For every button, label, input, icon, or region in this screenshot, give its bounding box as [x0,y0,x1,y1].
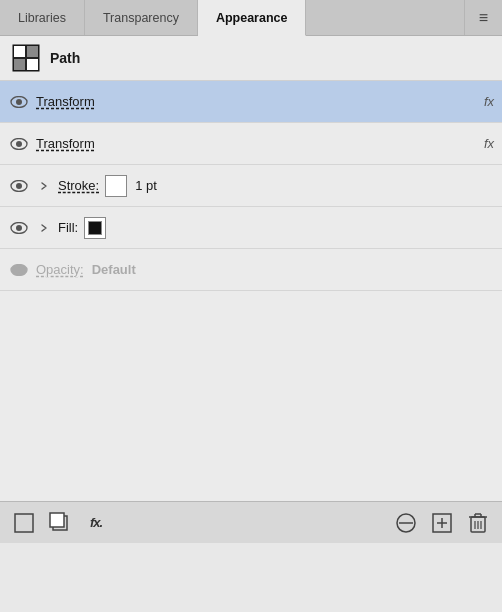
svg-rect-1 [14,46,25,57]
tab-transparency[interactable]: Transparency [85,0,198,35]
panel-title: Path [50,50,80,66]
svg-point-10 [16,183,22,189]
panel-rows: Transform fx Transform fx Stroke: [0,81,502,291]
fx-label-1[interactable]: fx [484,94,494,109]
stroke-label[interactable]: Stroke: [58,178,99,193]
stroke-value: 1 pt [135,178,157,193]
fx-button[interactable]: fx. [82,509,110,537]
visibility-toggle-stroke[interactable] [8,175,30,197]
row-transform-selected[interactable]: Transform fx [0,81,502,123]
svg-rect-2 [27,46,38,57]
no-entry-button[interactable] [392,509,420,537]
svg-rect-4 [27,59,38,70]
panel-empty-area [0,291,502,501]
svg-rect-17 [50,513,64,527]
stroke-swatch[interactable] [105,175,127,197]
visibility-toggle-transform-selected[interactable] [8,91,30,113]
fx-label-2[interactable]: fx [484,136,494,151]
row-opacity[interactable]: Opacity: Default [0,249,502,291]
transform-label-1[interactable]: Transform [36,94,95,109]
tab-bar: Libraries Transparency Appearance ≡ [0,0,502,36]
duplicate-button[interactable] [46,509,74,537]
svg-rect-15 [15,514,33,532]
chevron-fill[interactable] [36,220,52,236]
chevron-stroke[interactable] [36,178,52,194]
tab-libraries[interactable]: Libraries [0,0,85,35]
panel-header: Path [0,36,502,81]
bottom-toolbar: fx. [0,501,502,543]
svg-point-8 [16,141,22,147]
svg-rect-3 [14,59,25,70]
visibility-toggle-transform-2[interactable] [8,133,30,155]
new-item-button[interactable] [10,509,38,537]
row-fill[interactable]: Fill: [0,207,502,249]
fill-label[interactable]: Fill: [58,220,78,235]
add-button[interactable] [428,509,456,537]
fill-swatch[interactable] [84,217,106,239]
opacity-value: Default [92,262,136,277]
visibility-toggle-fill[interactable] [8,217,30,239]
svg-point-14 [16,267,22,273]
panel-menu-button[interactable]: ≡ [464,0,502,35]
delete-button[interactable] [464,509,492,537]
fill-swatch-inner [88,221,102,235]
opacity-label[interactable]: Opacity: [36,262,84,277]
svg-point-12 [16,225,22,231]
path-icon [12,44,40,72]
row-transform-2[interactable]: Transform fx [0,123,502,165]
tab-spacer [306,0,464,35]
tab-appearance[interactable]: Appearance [198,0,307,36]
row-stroke[interactable]: Stroke: 1 pt [0,165,502,207]
visibility-toggle-opacity[interactable] [8,259,30,281]
svg-point-6 [16,99,22,105]
transform-label-2[interactable]: Transform [36,136,95,151]
